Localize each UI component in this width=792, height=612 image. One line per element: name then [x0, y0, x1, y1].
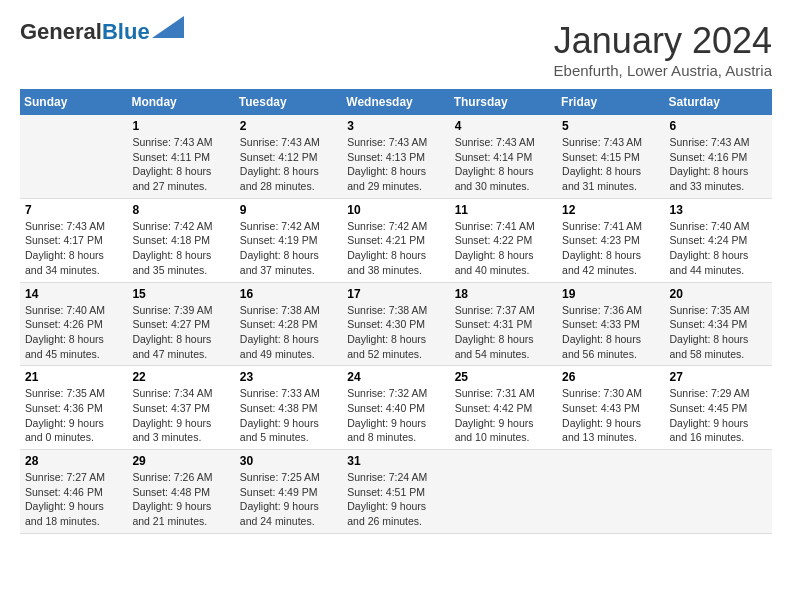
calendar-cell: 8Sunrise: 7:42 AM Sunset: 4:18 PM Daylig… — [127, 198, 234, 282]
day-number: 3 — [347, 119, 444, 133]
logo-text: GeneralBlue — [20, 20, 150, 44]
day-number: 29 — [132, 454, 229, 468]
weekday-header-tuesday: Tuesday — [235, 89, 342, 115]
day-number: 16 — [240, 287, 337, 301]
day-number: 10 — [347, 203, 444, 217]
day-number: 30 — [240, 454, 337, 468]
calendar-cell: 21Sunrise: 7:35 AM Sunset: 4:36 PM Dayli… — [20, 366, 127, 450]
day-number: 18 — [455, 287, 552, 301]
day-number: 23 — [240, 370, 337, 384]
day-info: Sunrise: 7:43 AM Sunset: 4:13 PM Dayligh… — [347, 135, 444, 194]
day-number: 22 — [132, 370, 229, 384]
day-info: Sunrise: 7:43 AM Sunset: 4:11 PM Dayligh… — [132, 135, 229, 194]
day-number: 11 — [455, 203, 552, 217]
day-info: Sunrise: 7:43 AM Sunset: 4:16 PM Dayligh… — [670, 135, 767, 194]
day-info: Sunrise: 7:43 AM Sunset: 4:14 PM Dayligh… — [455, 135, 552, 194]
svg-marker-0 — [152, 16, 184, 38]
day-number: 7 — [25, 203, 122, 217]
day-info: Sunrise: 7:34 AM Sunset: 4:37 PM Dayligh… — [132, 386, 229, 445]
day-info: Sunrise: 7:42 AM Sunset: 4:18 PM Dayligh… — [132, 219, 229, 278]
day-info: Sunrise: 7:40 AM Sunset: 4:26 PM Dayligh… — [25, 303, 122, 362]
calendar-cell: 23Sunrise: 7:33 AM Sunset: 4:38 PM Dayli… — [235, 366, 342, 450]
day-info: Sunrise: 7:24 AM Sunset: 4:51 PM Dayligh… — [347, 470, 444, 529]
calendar-cell: 10Sunrise: 7:42 AM Sunset: 4:21 PM Dayli… — [342, 198, 449, 282]
calendar-cell — [557, 450, 664, 534]
calendar-cell: 5Sunrise: 7:43 AM Sunset: 4:15 PM Daylig… — [557, 115, 664, 198]
calendar-cell: 27Sunrise: 7:29 AM Sunset: 4:45 PM Dayli… — [665, 366, 772, 450]
day-info: Sunrise: 7:41 AM Sunset: 4:23 PM Dayligh… — [562, 219, 659, 278]
calendar-cell: 29Sunrise: 7:26 AM Sunset: 4:48 PM Dayli… — [127, 450, 234, 534]
day-number: 31 — [347, 454, 444, 468]
day-number: 14 — [25, 287, 122, 301]
weekday-header-row: SundayMondayTuesdayWednesdayThursdayFrid… — [20, 89, 772, 115]
day-info: Sunrise: 7:38 AM Sunset: 4:28 PM Dayligh… — [240, 303, 337, 362]
day-info: Sunrise: 7:41 AM Sunset: 4:22 PM Dayligh… — [455, 219, 552, 278]
calendar-cell: 1Sunrise: 7:43 AM Sunset: 4:11 PM Daylig… — [127, 115, 234, 198]
day-info: Sunrise: 7:42 AM Sunset: 4:21 PM Dayligh… — [347, 219, 444, 278]
calendar-cell: 22Sunrise: 7:34 AM Sunset: 4:37 PM Dayli… — [127, 366, 234, 450]
day-number: 12 — [562, 203, 659, 217]
day-info: Sunrise: 7:33 AM Sunset: 4:38 PM Dayligh… — [240, 386, 337, 445]
calendar-cell: 20Sunrise: 7:35 AM Sunset: 4:34 PM Dayli… — [665, 282, 772, 366]
day-info: Sunrise: 7:29 AM Sunset: 4:45 PM Dayligh… — [670, 386, 767, 445]
calendar-week-row: 1Sunrise: 7:43 AM Sunset: 4:11 PM Daylig… — [20, 115, 772, 198]
day-info: Sunrise: 7:31 AM Sunset: 4:42 PM Dayligh… — [455, 386, 552, 445]
day-info: Sunrise: 7:35 AM Sunset: 4:36 PM Dayligh… — [25, 386, 122, 445]
calendar-cell: 15Sunrise: 7:39 AM Sunset: 4:27 PM Dayli… — [127, 282, 234, 366]
day-info: Sunrise: 7:40 AM Sunset: 4:24 PM Dayligh… — [670, 219, 767, 278]
location-subtitle: Ebenfurth, Lower Austria, Austria — [554, 62, 772, 79]
day-info: Sunrise: 7:43 AM Sunset: 4:17 PM Dayligh… — [25, 219, 122, 278]
day-info: Sunrise: 7:27 AM Sunset: 4:46 PM Dayligh… — [25, 470, 122, 529]
day-number: 28 — [25, 454, 122, 468]
calendar-cell: 24Sunrise: 7:32 AM Sunset: 4:40 PM Dayli… — [342, 366, 449, 450]
calendar-week-row: 14Sunrise: 7:40 AM Sunset: 4:26 PM Dayli… — [20, 282, 772, 366]
calendar-cell: 6Sunrise: 7:43 AM Sunset: 4:16 PM Daylig… — [665, 115, 772, 198]
calendar-cell: 2Sunrise: 7:43 AM Sunset: 4:12 PM Daylig… — [235, 115, 342, 198]
day-number: 13 — [670, 203, 767, 217]
calendar-week-row: 7Sunrise: 7:43 AM Sunset: 4:17 PM Daylig… — [20, 198, 772, 282]
calendar-cell: 28Sunrise: 7:27 AM Sunset: 4:46 PM Dayli… — [20, 450, 127, 534]
day-number: 9 — [240, 203, 337, 217]
day-info: Sunrise: 7:26 AM Sunset: 4:48 PM Dayligh… — [132, 470, 229, 529]
calendar-cell: 25Sunrise: 7:31 AM Sunset: 4:42 PM Dayli… — [450, 366, 557, 450]
day-number: 2 — [240, 119, 337, 133]
day-info: Sunrise: 7:37 AM Sunset: 4:31 PM Dayligh… — [455, 303, 552, 362]
calendar-cell — [20, 115, 127, 198]
day-info: Sunrise: 7:35 AM Sunset: 4:34 PM Dayligh… — [670, 303, 767, 362]
logo-icon — [152, 16, 184, 38]
calendar-cell: 13Sunrise: 7:40 AM Sunset: 4:24 PM Dayli… — [665, 198, 772, 282]
day-number: 25 — [455, 370, 552, 384]
weekday-header-saturday: Saturday — [665, 89, 772, 115]
calendar-cell: 31Sunrise: 7:24 AM Sunset: 4:51 PM Dayli… — [342, 450, 449, 534]
calendar-cell: 19Sunrise: 7:36 AM Sunset: 4:33 PM Dayli… — [557, 282, 664, 366]
calendar-cell — [450, 450, 557, 534]
calendar-cell — [665, 450, 772, 534]
day-info: Sunrise: 7:43 AM Sunset: 4:15 PM Dayligh… — [562, 135, 659, 194]
calendar-cell: 4Sunrise: 7:43 AM Sunset: 4:14 PM Daylig… — [450, 115, 557, 198]
day-number: 19 — [562, 287, 659, 301]
calendar-cell: 3Sunrise: 7:43 AM Sunset: 4:13 PM Daylig… — [342, 115, 449, 198]
calendar-cell: 11Sunrise: 7:41 AM Sunset: 4:22 PM Dayli… — [450, 198, 557, 282]
calendar-cell: 16Sunrise: 7:38 AM Sunset: 4:28 PM Dayli… — [235, 282, 342, 366]
title-section: January 2024 Ebenfurth, Lower Austria, A… — [554, 20, 772, 79]
calendar-cell: 14Sunrise: 7:40 AM Sunset: 4:26 PM Dayli… — [20, 282, 127, 366]
day-number: 6 — [670, 119, 767, 133]
day-info: Sunrise: 7:36 AM Sunset: 4:33 PM Dayligh… — [562, 303, 659, 362]
weekday-header-monday: Monday — [127, 89, 234, 115]
day-info: Sunrise: 7:38 AM Sunset: 4:30 PM Dayligh… — [347, 303, 444, 362]
page-header: GeneralBlue January 2024 Ebenfurth, Lowe… — [20, 20, 772, 79]
day-number: 4 — [455, 119, 552, 133]
weekday-header-thursday: Thursday — [450, 89, 557, 115]
calendar-week-row: 28Sunrise: 7:27 AM Sunset: 4:46 PM Dayli… — [20, 450, 772, 534]
day-number: 20 — [670, 287, 767, 301]
day-number: 21 — [25, 370, 122, 384]
calendar-week-row: 21Sunrise: 7:35 AM Sunset: 4:36 PM Dayli… — [20, 366, 772, 450]
day-info: Sunrise: 7:43 AM Sunset: 4:12 PM Dayligh… — [240, 135, 337, 194]
calendar-cell: 12Sunrise: 7:41 AM Sunset: 4:23 PM Dayli… — [557, 198, 664, 282]
day-number: 27 — [670, 370, 767, 384]
day-info: Sunrise: 7:25 AM Sunset: 4:49 PM Dayligh… — [240, 470, 337, 529]
calendar-cell: 17Sunrise: 7:38 AM Sunset: 4:30 PM Dayli… — [342, 282, 449, 366]
day-info: Sunrise: 7:32 AM Sunset: 4:40 PM Dayligh… — [347, 386, 444, 445]
day-number: 15 — [132, 287, 229, 301]
logo: GeneralBlue — [20, 20, 184, 44]
